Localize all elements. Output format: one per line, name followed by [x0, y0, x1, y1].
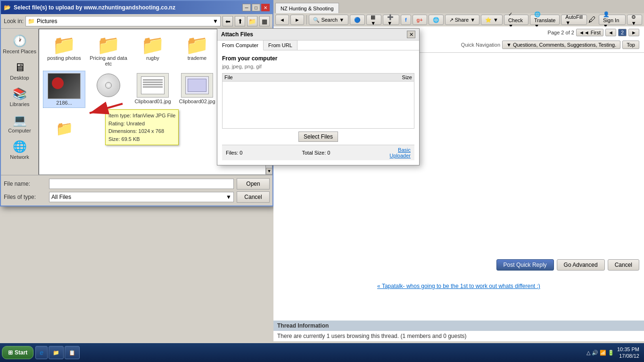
up-folder-button[interactable]: ⬆ [235, 16, 245, 26]
filename-row: File name: Open [4, 178, 270, 189]
web-btn[interactable]: 🌐 [429, 15, 444, 25]
tab-from-computer[interactable]: From Computer [217, 41, 264, 50]
restore-button[interactable]: □ [252, 4, 260, 11]
share-btn[interactable]: ↗Share ▼ [445, 15, 479, 25]
look-in-dropdown[interactable]: 📁 Pictures ▼ [25, 16, 221, 26]
tooltip-dimensions: Dimensions: 1024 x 768 [108, 127, 175, 135]
close-button[interactable]: ✕ [261, 4, 270, 11]
facebook-icon: f [405, 17, 407, 23]
scroll-down-button[interactable]: ▼ [266, 168, 272, 174]
check-btn[interactable]: ✓ Check ▼ [504, 15, 528, 25]
select-files-button[interactable]: Select Files [298, 132, 338, 142]
line1 [143, 79, 163, 81]
autofill-btn[interactable]: AutoFill ▼ [561, 15, 587, 25]
file-item-photo[interactable]: 2186... [43, 71, 85, 108]
file-name-input[interactable] [49, 179, 234, 189]
settings-btn[interactable]: ⚙ ▼ [627, 15, 642, 25]
sidebar-item-recent[interactable]: 🕐 Recent Places [1, 32, 38, 57]
go-advanced-button[interactable]: Go Advanced [557, 259, 605, 271]
photo-label: 2186... [56, 100, 72, 106]
taskbar-item-explorer[interactable]: 📁 [49, 346, 64, 359]
back-nav-button[interactable]: ◄ [275, 15, 289, 25]
folder-icon-posting: 📁 [52, 35, 76, 54]
post-quick-reply-button[interactable]: Post Quick Reply [496, 259, 554, 271]
search-label: Search [321, 17, 338, 23]
upload-close-button[interactable]: ✕ [407, 31, 415, 38]
file-type-dropdown[interactable]: All Files ▼ [49, 192, 234, 202]
nav-btn-1[interactable]: 🔵 [350, 15, 365, 25]
cancel-action-button[interactable]: Cancel [608, 259, 639, 271]
back-button[interactable]: ⬅ [223, 16, 233, 26]
computer-label: Computer [8, 128, 31, 133]
gplus-btn[interactable]: g+ [413, 15, 427, 25]
desktop-icon: 🖥 [14, 61, 25, 74]
first-page-button[interactable]: ◄◄ First [576, 29, 603, 36]
top-button[interactable]: Top [622, 41, 639, 49]
start-label: Start [15, 349, 27, 356]
basic-uploader-link[interactable]: BasicUploader [389, 147, 411, 158]
file-item-posting-photos[interactable]: 📁 posting photos [43, 33, 85, 69]
sidebar-item-network[interactable]: 🌐 Network [1, 137, 38, 163]
facebook-btn[interactable]: f [401, 15, 411, 25]
tab-from-url[interactable]: From URL [264, 41, 297, 50]
file-item-trademe[interactable]: 📁 trademe [176, 33, 218, 69]
star-icon: ⭐ [485, 17, 492, 23]
start-button[interactable]: ⊞ Start [2, 346, 33, 359]
search-button[interactable]: 🔍 Search ▼ [309, 15, 348, 25]
file-type-label: Files of type: [4, 194, 46, 200]
icon-3: ➕ ▼ [387, 14, 395, 26]
line4 [143, 86, 163, 88]
nav-btn-3[interactable]: ➕ ▼ [383, 15, 399, 25]
system-tray-icons: △ 🔊 📶 🔋 [586, 350, 614, 356]
posting-photos-label: posting photos [47, 55, 81, 61]
taskbar-item-ie[interactable]: e [35, 346, 48, 359]
file-item-pricing[interactable]: 📁 Pricing and data etc [87, 33, 130, 69]
back-icon: ◄ [280, 17, 285, 23]
tooltip-rating: Rating: Unrated [108, 120, 175, 128]
folder-icon-trademe: 📁 [185, 35, 209, 54]
new-folder-button[interactable]: 📁 [247, 16, 257, 26]
taskbar-item-app[interactable]: 📋 [65, 346, 80, 359]
file-item-rugby[interactable]: 📁 rugby [132, 33, 174, 69]
tapatalk-area: « Tapatalk- whos going to be the 1st to … [273, 283, 644, 289]
tab-bar: NZ Hunting & Shooting [273, 0, 644, 13]
view-button[interactable]: ▦ [259, 16, 270, 26]
cancel-button[interactable]: Cancel [237, 191, 270, 203]
file-tooltip: Item type: IrfanView JPG File Rating: Un… [105, 109, 179, 145]
taskbar-items: e 📁 📋 [35, 346, 583, 359]
gplus-icon: g+ [417, 17, 423, 23]
file-item-clipboard02[interactable]: Clipboard02.jpg [176, 71, 218, 108]
prev-page-button[interactable]: ◄ [605, 29, 616, 36]
signin-btn[interactable]: 👤 Sign In ▼ [599, 15, 626, 25]
next-page-button[interactable]: ► [628, 29, 639, 36]
current-page-button[interactable]: 2 [618, 29, 627, 36]
network-icon: 🌐 [13, 140, 27, 153]
sidebar-item-computer[interactable]: 💻 Computer [1, 111, 38, 136]
translate-btn[interactable]: 🌐 Translate ▼ [530, 15, 560, 25]
tooltip-size: Size: 69.5 KB [108, 135, 175, 143]
small-folder-container: 📁 [56, 112, 73, 137]
quick-nav-dropdown[interactable]: ▼ Questions, Comments, Suggestions, Test… [502, 41, 620, 49]
wand-icon[interactable]: 🖊 [588, 16, 596, 24]
star-btn[interactable]: ⭐ ▼ [481, 15, 503, 25]
nav-btn-2[interactable]: ▦ ▼ [366, 15, 381, 25]
sidebar-item-desktop[interactable]: 🖥 Desktop [1, 58, 38, 83]
upload-file-types: jpg, jpeg, png, gif [222, 64, 414, 69]
file-item-clipboard01[interactable]: Clipboard01.jpg [132, 71, 174, 108]
active-tab[interactable]: NZ Hunting & Shooting [275, 3, 339, 13]
file-type-arrow-icon: ▼ [226, 194, 231, 200]
tooltip-type-label: Item type: [108, 113, 131, 118]
file-item-disc[interactable] [87, 71, 130, 108]
minimize-button[interactable]: ─ [242, 4, 251, 11]
forward-nav-button[interactable]: ► [290, 15, 304, 25]
open-button[interactable]: Open [237, 178, 270, 189]
tooltip-type-value: IrfanView JPG File [132, 113, 175, 118]
upload-footer: Files: 0 Total Size: 0 BasicUploader [222, 145, 414, 160]
sidebar-item-libraries[interactable]: 📚 Libraries [1, 84, 38, 110]
thread-info-text: There are currently 1 users browsing thi… [277, 333, 399, 339]
dialog-bottom: File name: Open Files of type: All Files… [1, 175, 272, 206]
file-item-extra-folder[interactable]: 📁 [43, 110, 85, 140]
folder-icon-small: 📁 [28, 18, 35, 25]
upload-dialog-title: Attach Files [221, 31, 253, 38]
tapatalk-link[interactable]: « Tapatalk- whos going to be the 1st to … [377, 283, 540, 289]
